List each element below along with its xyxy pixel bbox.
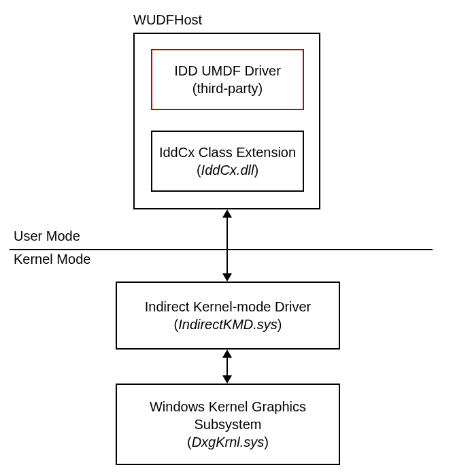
- idd-umdf-driver-box: IDD UMDF Driver (third-party): [151, 49, 304, 110]
- arrow-wudfhost-ikmd-head-down: [222, 273, 232, 282]
- wudfhost-title: WUDFHost: [133, 12, 202, 28]
- arrow-wudfhost-ikmd-head-up: [222, 209, 232, 218]
- ikmd-line1: Indirect Kernel-mode Driver: [145, 298, 312, 316]
- arrow-wudfhost-ikmd: [227, 216, 228, 275]
- idd-line2: (third-party): [192, 80, 263, 97]
- iddcx-line2: (IddCx.dll): [197, 161, 258, 179]
- dxg-line2: Subsystem: [195, 415, 262, 433]
- mode-divider: [10, 249, 433, 250]
- arrow-ikmd-dxg-head-up: [222, 350, 232, 358]
- dxg-line1: Windows Kernel Graphics: [150, 398, 306, 415]
- idd-line1: IDD UMDF Driver: [174, 62, 281, 80]
- ikmd-box: Indirect Kernel-mode Driver (IndirectKMD…: [116, 282, 340, 350]
- dxg-line3: (DxgKrnl.sys): [187, 433, 269, 451]
- iddcx-box: IddCx Class Extension (IddCx.dll): [151, 131, 304, 192]
- user-mode-label: User Mode: [14, 228, 80, 244]
- iddcx-line1: IddCx Class Extension: [159, 143, 296, 161]
- ikmd-line2: (IndirectKMD.sys): [174, 316, 282, 333]
- arrow-ikmd-dxg: [227, 356, 228, 377]
- dxgkrnl-box: Windows Kernel Graphics Subsystem (DxgKr…: [116, 384, 340, 465]
- kernel-mode-label: Kernel Mode: [14, 252, 90, 267]
- arrow-ikmd-dxg-head-down: [222, 375, 232, 384]
